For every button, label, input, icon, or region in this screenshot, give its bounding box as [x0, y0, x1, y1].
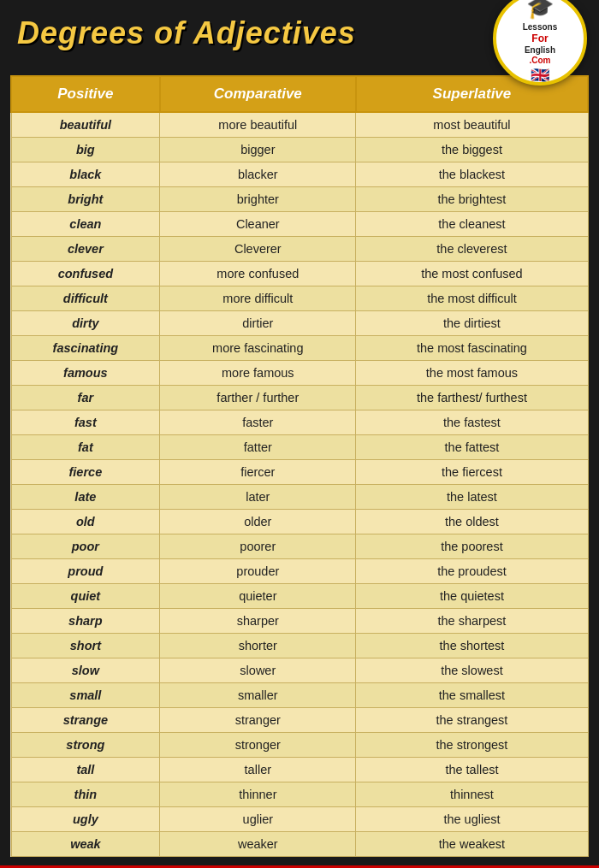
table-row: shortshorterthe shortest	[11, 634, 588, 658]
positive-cell: fat	[11, 435, 160, 460]
positive-cell: difficult	[11, 286, 160, 311]
superlative-cell: most beautiful	[356, 112, 588, 138]
superlative-cell: the most fascinating	[356, 336, 588, 361]
superlative-cell: the oldest	[356, 510, 588, 534]
table-row: fascinatingmore fascinatingthe most fasc…	[11, 336, 588, 361]
comparative-cell: thinner	[160, 782, 356, 807]
col-comparative: Comparative	[160, 76, 356, 112]
superlative-cell: the ugliest	[356, 807, 588, 832]
logo-line1: Lessons	[523, 22, 558, 32]
positive-cell: ugly	[11, 807, 160, 832]
comparative-cell: Cleaner	[160, 212, 356, 237]
positive-cell: tall	[11, 758, 160, 782]
superlative-cell: the strangest	[356, 708, 588, 733]
table-row: strangestrangerthe strangest	[11, 708, 588, 733]
superlative-cell: the biggest	[356, 138, 588, 162]
table-row: slowslowerthe slowest	[11, 658, 588, 683]
comparative-cell: quieter	[160, 584, 356, 609]
logo-line4: .Com	[529, 56, 550, 65]
superlative-cell: the tallest	[356, 758, 588, 782]
table-row: fiercefiercerthe fiercest	[11, 460, 588, 485]
table-row: difficultmore difficultthe most difficul…	[11, 286, 588, 311]
table-row: cleanCleanerthe cleanest	[11, 212, 588, 237]
positive-cell: beautiful	[11, 112, 160, 138]
superlative-cell: the fiercest	[356, 460, 588, 485]
table-row: famousmore famousthe most famous	[11, 361, 588, 386]
comparative-cell: later	[160, 485, 356, 510]
card: Degrees of Adjectives 🎓 Lessons For Engl…	[0, 0, 599, 868]
table-row: beautifulmore beautifulmost beautiful	[11, 112, 588, 138]
positive-cell: thin	[11, 782, 160, 807]
positive-cell: big	[11, 138, 160, 162]
positive-cell: quiet	[11, 584, 160, 609]
superlative-cell: the sharpest	[356, 609, 588, 634]
comparative-cell: taller	[160, 758, 356, 782]
header: Degrees of Adjectives 🎓 Lessons For Engl…	[0, 0, 599, 67]
table-row: cleverClevererthe cleverest	[11, 237, 588, 262]
logo-line2: For	[531, 32, 548, 44]
comparative-cell: bigger	[160, 138, 356, 162]
positive-cell: fascinating	[11, 336, 160, 361]
comparative-cell: farther / further	[160, 386, 356, 410]
comparative-cell: more beautiful	[160, 112, 356, 138]
superlative-cell: the most famous	[356, 361, 588, 386]
logo-flag: 🇬🇧	[531, 66, 549, 85]
table-row: brightbrighterthe brightest	[11, 187, 588, 212]
superlative-cell: the strongest	[356, 733, 588, 758]
comparative-cell: blacker	[160, 162, 356, 187]
positive-cell: old	[11, 510, 160, 534]
positive-cell: black	[11, 162, 160, 187]
superlative-cell: the dirtiest	[356, 311, 588, 336]
superlative-cell: the cleverest	[356, 237, 588, 262]
table-row: fastfasterthe fastest	[11, 410, 588, 435]
superlative-cell: the brightest	[356, 187, 588, 212]
comparative-cell: dirtier	[160, 311, 356, 336]
adjectives-table: Positive Comparative Superlative beautif…	[10, 75, 589, 857]
table-row: proudprouderthe proudest	[11, 559, 588, 584]
superlative-cell: the weakest	[356, 832, 588, 857]
superlative-cell: thinnest	[356, 782, 588, 807]
comparative-cell: poorer	[160, 534, 356, 559]
positive-cell: small	[11, 683, 160, 708]
comparative-cell: sharper	[160, 609, 356, 634]
comparative-cell: faster	[160, 410, 356, 435]
positive-cell: fierce	[11, 460, 160, 485]
positive-cell: poor	[11, 534, 160, 559]
comparative-cell: fiercer	[160, 460, 356, 485]
superlative-cell: the smallest	[356, 683, 588, 708]
positive-cell: strong	[11, 733, 160, 758]
table-container: Positive Comparative Superlative beautif…	[0, 67, 599, 857]
superlative-cell: the shortest	[356, 634, 588, 658]
table-row: talltallerthe tallest	[11, 758, 588, 782]
positive-cell: late	[11, 485, 160, 510]
table-row: latelaterthe latest	[11, 485, 588, 510]
superlative-cell: the latest	[356, 485, 588, 510]
table-row: fatfatterthe fattest	[11, 435, 588, 460]
table-row: dirtydirtierthe dirtiest	[11, 311, 588, 336]
comparative-cell: stronger	[160, 733, 356, 758]
comparative-cell: more fascinating	[160, 336, 356, 361]
positive-cell: famous	[11, 361, 160, 386]
superlative-cell: the fattest	[356, 435, 588, 460]
logo-line3: English	[525, 45, 555, 55]
comparative-cell: older	[160, 510, 356, 534]
col-positive: Positive	[11, 76, 160, 112]
comparative-cell: Cleverer	[160, 237, 356, 262]
comparative-cell: more famous	[160, 361, 356, 386]
positive-cell: far	[11, 386, 160, 410]
page-title: Degrees of Adjectives	[17, 15, 356, 51]
table-row: smallsmallerthe smallest	[11, 683, 588, 708]
table-row: bigbiggerthe biggest	[11, 138, 588, 162]
table-row: farfarther / furtherthe farthest/ furthe…	[11, 386, 588, 410]
positive-cell: weak	[11, 832, 160, 857]
table-row: sharpsharperthe sharpest	[11, 609, 588, 634]
comparative-cell: fatter	[160, 435, 356, 460]
positive-cell: strange	[11, 708, 160, 733]
superlative-cell: the poorest	[356, 534, 588, 559]
positive-cell: fast	[11, 410, 160, 435]
table-row: thinthinnerthinnest	[11, 782, 588, 807]
comparative-cell: uglier	[160, 807, 356, 832]
table-row: uglyuglierthe ugliest	[11, 807, 588, 832]
superlative-cell: the cleanest	[356, 212, 588, 237]
comparative-cell: stranger	[160, 708, 356, 733]
